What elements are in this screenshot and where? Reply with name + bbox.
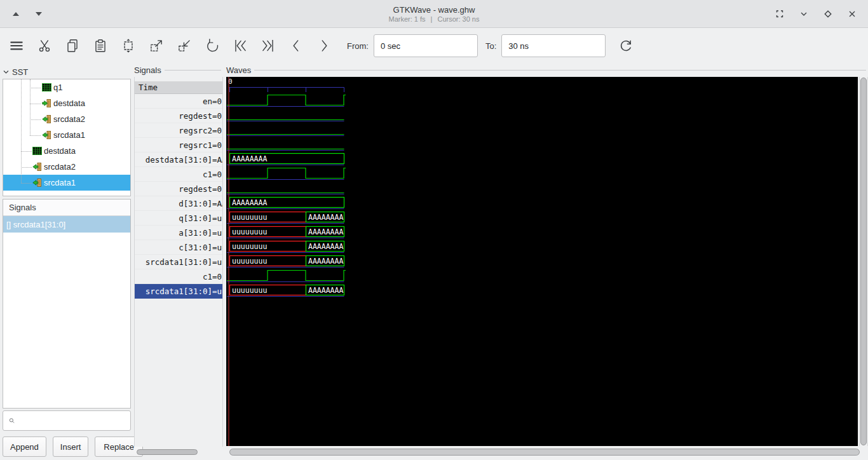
time-header[interactable]: Time xyxy=(135,81,222,94)
sst-tree-item-destdata-4[interactable]: destdata xyxy=(3,143,130,159)
signal-value: =uuuuuuuu xyxy=(212,243,222,252)
close-icon[interactable] xyxy=(845,7,859,21)
wave-vscrollbar[interactable] xyxy=(859,77,868,446)
signal-name: regsrc2 xyxy=(135,126,212,135)
signal-value: =0 xyxy=(212,97,222,106)
signal-row-regdest[interactable]: regdest =0 xyxy=(135,182,222,196)
zoom-out-button[interactable] xyxy=(142,32,170,60)
reload-button[interactable] xyxy=(612,32,640,60)
zoom-in-button[interactable] xyxy=(170,32,198,60)
signal-rows[interactable]: Time en =0regdest =0regsrc2 =0regsrc1 =0… xyxy=(134,77,223,447)
to-input[interactable] xyxy=(501,34,606,57)
signal-row-q[31:0][interactable]: q[31:0] =uuuuuuuu xyxy=(135,211,222,226)
append-button[interactable]: Append xyxy=(3,436,46,457)
tree-connector-line xyxy=(30,135,41,136)
wave-canvas-area[interactable]: 0AAAAAAAAAAAAAAAAuuuuuuuuAAAAAAAAuuuuuuu… xyxy=(226,77,858,446)
sst-header[interactable]: SST xyxy=(3,67,131,77)
signal-row-regsrc1[interactable]: regsrc1 =0 xyxy=(135,138,222,152)
scrollbar-thumb[interactable] xyxy=(137,449,198,455)
signal-name: c1 xyxy=(135,272,212,281)
signal-value: =uuuuuuuu xyxy=(212,228,222,238)
skip-to-start-button[interactable] xyxy=(226,32,254,60)
copy-button[interactable] xyxy=(58,32,86,60)
tree-item-label: srcdata1 xyxy=(53,130,85,140)
marker-status: Marker: 1 fs xyxy=(389,15,426,23)
svg-text:AAAAAAAA: AAAAAAAA xyxy=(232,154,267,163)
signal-name: en xyxy=(135,97,212,106)
signal-row-regsrc2[interactable]: regsrc2 =0 xyxy=(135,123,222,138)
signal-row-c1[interactable]: c1 =0 xyxy=(135,167,222,182)
signal-value: =uuuuuuuu xyxy=(212,287,222,296)
signals-list-item[interactable]: [] srcdata1[31:0] xyxy=(3,216,130,233)
pan-up-icon[interactable] xyxy=(9,8,23,20)
wave-hscrollbar[interactable] xyxy=(228,449,863,456)
signal-row-srcdata1[31:0][interactable]: srcdata1[31:0] =uuuuuuuu xyxy=(135,284,222,299)
sst-tree-item-srcdata1-3[interactable]: srcdata1 xyxy=(3,127,130,143)
signal-names-panel: Signals Time en =0regdest =0regsrc2 =0re… xyxy=(132,64,223,460)
menu-button[interactable] xyxy=(3,32,31,60)
scrollbar-thumb[interactable] xyxy=(229,449,860,456)
sst-tree[interactable]: q1destdatasrcdata2srcdata1destdatasrcdat… xyxy=(3,79,131,196)
fullscreen-icon[interactable] xyxy=(773,7,787,21)
wave-canvas[interactable]: 0AAAAAAAAAAAAAAAAuuuuuuuuAAAAAAAAuuuuuuu… xyxy=(226,77,858,446)
cut-button[interactable] xyxy=(31,32,58,60)
zoom-fit-button[interactable] xyxy=(114,32,142,60)
signal-value: =0 xyxy=(212,111,222,121)
pan-down-icon[interactable] xyxy=(32,8,46,20)
signal-row-d[31:0][interactable]: d[31:0] =AAAAAAAA xyxy=(135,196,222,211)
signal-search[interactable] xyxy=(3,410,131,431)
svg-text:uuuuuuuu: uuuuuuuu xyxy=(232,257,267,266)
sst-tree-item-q1-0[interactable]: q1 xyxy=(3,79,130,95)
sst-tree-item-srcdata1-6[interactable]: srcdata1 xyxy=(3,175,130,191)
signal-name: regsrc1 xyxy=(135,140,212,150)
maximize-icon[interactable] xyxy=(821,7,835,21)
signal-row-a[31:0][interactable]: a[31:0] =uuuuuuuu xyxy=(135,226,222,240)
sst-tree-item-srcdata2-5[interactable]: srcdata2 xyxy=(3,159,130,175)
signal-value: =uuuuuuuu xyxy=(212,213,222,223)
svg-text:AAAAAAAA: AAAAAAAA xyxy=(308,257,343,266)
sst-tree-item-destdata-1[interactable]: destdata xyxy=(3,95,130,111)
skip-to-end-button[interactable] xyxy=(254,32,282,60)
signal-name: a[31:0] xyxy=(135,228,212,238)
signal-value: =0 xyxy=(212,140,222,150)
signal-rows-list: en =0regdest =0regsrc2 =0regsrc1 =0destd… xyxy=(135,94,222,299)
tree-item-label: srcdata2 xyxy=(44,162,76,172)
cursor-status: Cursor: 30 ns xyxy=(437,15,479,23)
waves-panel: Waves 0AAAAAAAAAAAAAAAAuuuuuuuuAAAAAAAAu… xyxy=(223,64,868,460)
tree-item-label: destdata xyxy=(53,98,85,108)
signal-name: regdest xyxy=(135,184,212,194)
port-in-icon xyxy=(42,114,51,124)
subtitle-separator: | xyxy=(431,15,433,23)
sst-tree-item-srcdata2-2[interactable]: srcdata2 xyxy=(3,111,130,127)
signal-value: =AAAAAAAA xyxy=(212,199,222,208)
signal-names-hscrollbar[interactable] xyxy=(135,449,222,456)
titlebar: GTKWave - wave.ghw Marker: 1 fs|Cursor: … xyxy=(0,0,868,28)
scrollbar-thumb[interactable] xyxy=(860,78,867,445)
undo-button[interactable] xyxy=(198,32,226,60)
signal-row-c[31:0][interactable]: c[31:0] =uuuuuuuu xyxy=(135,240,222,255)
search-input[interactable] xyxy=(18,411,130,430)
paste-button[interactable] xyxy=(86,32,114,60)
zoom-fit-icon xyxy=(120,37,137,54)
signal-row-en[interactable]: en =0 xyxy=(135,94,222,109)
signal-row-c1[interactable]: c1 =0 xyxy=(135,269,222,284)
insert-button[interactable]: Insert xyxy=(53,436,89,457)
signal-value: =uuuuuuuu xyxy=(212,257,222,267)
tree-connector-line xyxy=(21,151,32,152)
sst-panel: SST q1destdatasrcdata2srcdata1destdatasr… xyxy=(0,64,132,460)
waves-frame-label: Waves xyxy=(226,65,251,75)
frame-line xyxy=(165,70,221,71)
signal-row-destdata[31:0][interactable]: destdata[31:0] =AAAAAAAA xyxy=(135,152,222,167)
signal-row-regdest[interactable]: regdest =0 xyxy=(135,109,222,123)
toolbar-buttons xyxy=(3,32,338,60)
tree-connector-line xyxy=(21,167,32,168)
window-subtitle: Marker: 1 fs|Cursor: 30 ns xyxy=(386,15,482,23)
signals-frame-label: Signals xyxy=(134,65,161,75)
toolbar: From: To: xyxy=(0,28,868,64)
prev-edge-button[interactable] xyxy=(282,32,310,60)
next-edge-button[interactable] xyxy=(310,32,338,60)
skip-to-end-icon xyxy=(260,37,276,54)
minimize-icon[interactable] xyxy=(797,7,811,21)
signal-row-srcdata1[31:0][interactable]: srcdata1[31:0] =uuuuuuuu xyxy=(135,255,222,269)
from-input[interactable] xyxy=(374,34,478,57)
